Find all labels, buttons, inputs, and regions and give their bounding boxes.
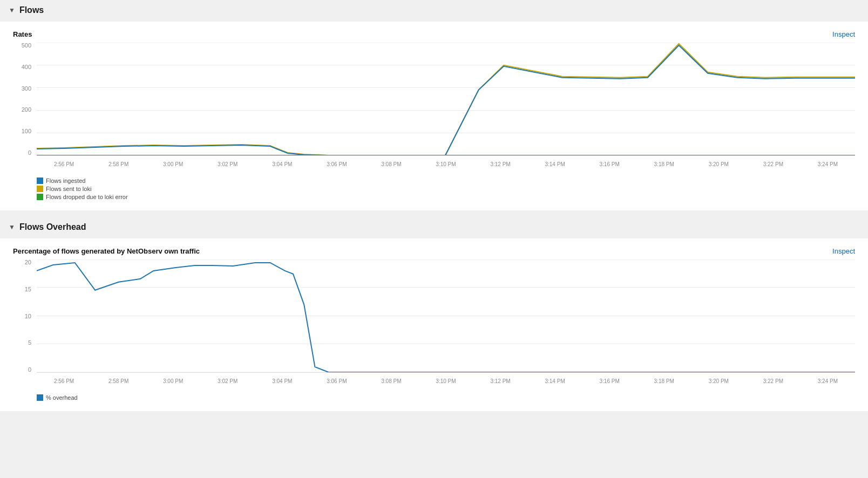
- rates-x-label-8: 3:12 PM: [473, 161, 528, 167]
- overhead-x-label-10: 3:16 PM: [582, 378, 637, 384]
- overhead-x-label-4: 3:04 PM: [255, 378, 309, 384]
- overhead-x-label-9: 3:14 PM: [528, 378, 582, 384]
- overhead-y-label-20: 20: [25, 260, 31, 265]
- rates-x-label-12: 3:20 PM: [691, 161, 746, 167]
- overhead-chart-panel: Percentage of flows generated by NetObse…: [0, 238, 868, 411]
- overhead-plot-area: [37, 260, 855, 373]
- overhead-y-label-5: 5: [28, 340, 31, 346]
- overhead-legend-overhead-label: % overhead: [46, 394, 78, 401]
- loki-line: [37, 44, 855, 155]
- flows-overhead-section-header[interactable]: ▼ Flows Overhead: [0, 217, 868, 237]
- overhead-chart-title: Percentage of flows generated by NetObse…: [13, 247, 200, 255]
- rates-x-axis: 2:56 PM 2:58 PM 3:00 PM 3:02 PM 3:04 PM …: [37, 159, 855, 172]
- rates-chart-panel: Rates Inspect 500 400 300 200 100 0: [0, 22, 868, 210]
- overhead-x-label-12: 3:20 PM: [691, 378, 746, 384]
- rates-y-label-300: 300: [22, 86, 31, 92]
- flows-overhead-section-title: Flows Overhead: [19, 222, 86, 232]
- rates-x-label-11: 3:18 PM: [637, 161, 691, 167]
- flows-section-header[interactable]: ▼ Flows: [0, 0, 868, 21]
- rates-y-axis: 500 400 300 200 100 0: [13, 43, 35, 156]
- rates-x-label-3: 3:02 PM: [200, 161, 255, 167]
- rates-legend-loki-color: [37, 186, 43, 192]
- rates-y-label-100: 100: [22, 128, 31, 134]
- rates-x-label-7: 3:10 PM: [418, 161, 473, 167]
- overhead-x-label-13: 3:22 PM: [746, 378, 801, 384]
- rates-legend-dropped-color: [37, 194, 43, 200]
- overhead-y-label-10: 10: [25, 313, 31, 319]
- flows-overhead-chevron-icon: ▼: [9, 223, 15, 231]
- overhead-y-label-15: 15: [25, 286, 31, 292]
- rates-y-label-400: 400: [22, 64, 31, 70]
- rates-x-label-10: 3:16 PM: [582, 161, 637, 167]
- rates-x-label-9: 3:14 PM: [528, 161, 582, 167]
- overhead-y-label-0: 0: [28, 367, 31, 373]
- flows-section-title: Flows: [19, 5, 44, 15]
- rates-x-label-4: 3:04 PM: [255, 161, 309, 167]
- rates-x-label-0: 2:56 PM: [37, 161, 91, 167]
- rates-x-label-2: 3:00 PM: [146, 161, 200, 167]
- rates-legend-dropped-label: Flows dropped due to loki error: [46, 194, 128, 200]
- overhead-x-label-8: 3:12 PM: [473, 378, 528, 384]
- rates-x-label-5: 3:06 PM: [309, 161, 364, 167]
- overhead-x-label-5: 3:06 PM: [309, 378, 364, 384]
- overhead-y-axis: 20 15 10 5 0: [13, 260, 35, 373]
- overhead-x-label-1: 2:58 PM: [91, 378, 146, 384]
- rates-legend-ingested-label: Flows ingested: [46, 177, 85, 184]
- rates-inspect-button[interactable]: Inspect: [832, 30, 855, 38]
- rates-x-label-1: 2:58 PM: [91, 161, 146, 167]
- rates-legend-ingested-color: [37, 177, 43, 184]
- overhead-chart-area: 20 15 10 5 0: [13, 260, 855, 389]
- flows-chevron-icon: ▼: [9, 6, 15, 14]
- overhead-x-label-0: 2:56 PM: [37, 378, 91, 384]
- rates-legend: Flows ingested Flows sent to loki Flows …: [37, 177, 855, 200]
- rates-x-label-14: 3:24 PM: [801, 161, 855, 167]
- overhead-x-label-6: 3:08 PM: [364, 378, 418, 384]
- rates-legend-loki-label: Flows sent to loki: [46, 186, 91, 192]
- ingested-line: [37, 45, 855, 155]
- overhead-x-label-2: 3:00 PM: [146, 378, 200, 384]
- rates-legend-ingested: Flows ingested: [37, 177, 855, 184]
- rates-legend-loki: Flows sent to loki: [37, 186, 855, 192]
- overhead-chart-container: 20 15 10 5 0: [13, 260, 855, 401]
- rates-chart-title: Rates: [13, 30, 32, 38]
- overhead-x-label-14: 3:24 PM: [801, 378, 855, 384]
- rates-y-label-200: 200: [22, 107, 31, 113]
- rates-x-label-6: 3:08 PM: [364, 161, 418, 167]
- rates-chart-area: 500 400 300 200 100 0: [13, 43, 855, 172]
- rates-y-label-500: 500: [22, 43, 31, 49]
- overhead-inspect-button[interactable]: Inspect: [832, 247, 855, 255]
- overhead-x-label-3: 3:02 PM: [200, 378, 255, 384]
- overhead-x-label-11: 3:18 PM: [637, 378, 691, 384]
- rates-y-label-0: 0: [28, 150, 31, 156]
- overhead-x-label-7: 3:10 PM: [418, 378, 473, 384]
- rates-legend-dropped: Flows dropped due to loki error: [37, 194, 855, 200]
- rates-x-label-13: 3:22 PM: [746, 161, 801, 167]
- rates-chart-container: 500 400 300 200 100 0: [13, 43, 855, 200]
- overhead-x-axis: 2:56 PM 2:58 PM 3:00 PM 3:02 PM 3:04 PM …: [37, 376, 855, 389]
- overhead-legend-overhead: % overhead: [37, 394, 855, 401]
- overhead-legend: % overhead: [37, 394, 855, 401]
- overhead-legend-overhead-color: [37, 394, 43, 401]
- overhead-line: [37, 263, 855, 372]
- rates-plot-area: [37, 43, 855, 156]
